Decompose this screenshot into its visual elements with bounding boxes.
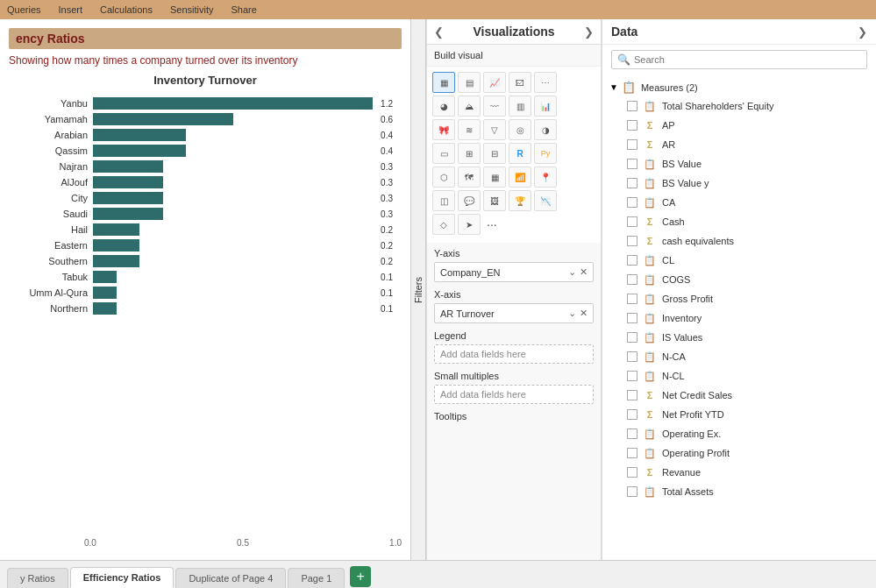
x-axis-chevron-icon[interactable]: ⌄ <box>568 308 576 319</box>
viz-icon-pin[interactable]: 📍 <box>534 166 557 188</box>
list-item[interactable]: ΣAP <box>602 116 876 135</box>
item-checkbox[interactable] <box>627 120 637 131</box>
item-checkbox[interactable] <box>627 216 637 227</box>
viz-icon-funnel[interactable]: ▽ <box>483 119 506 140</box>
list-item[interactable]: 📋Operating Profit <box>602 443 876 463</box>
viz-icon-stacked[interactable]: ▥ <box>509 96 531 117</box>
item-checkbox[interactable] <box>627 448 637 458</box>
item-checkbox[interactable] <box>627 178 637 188</box>
viz-icon-wave[interactable]: 〰 <box>483 96 506 117</box>
viz-icon-pie[interactable]: ◕ <box>432 96 455 117</box>
viz-icon-map[interactable]: 🗺 <box>458 166 481 188</box>
tab-efficiency-ratios[interactable]: Efficiency Ratios <box>70 567 174 588</box>
list-item[interactable]: ΣNet Profit YTD <box>602 405 876 424</box>
list-item[interactable]: Σcash equivalents <box>602 231 876 251</box>
item-checkbox[interactable] <box>627 101 637 111</box>
item-checkbox[interactable] <box>627 274 637 285</box>
item-checkbox[interactable] <box>627 139 637 150</box>
tab-page-1[interactable]: Page 1 <box>288 568 345 588</box>
y-axis-chevron-icon[interactable]: ⌄ <box>568 266 576 278</box>
list-item[interactable]: 📋N-CL <box>602 366 876 386</box>
item-checkbox[interactable] <box>627 197 637 208</box>
viz-icon-r[interactable]: R <box>509 143 531 164</box>
list-item[interactable]: 📋BS Value y <box>602 174 876 193</box>
x-axis-field[interactable]: AR Turnover ⌄ ✕ <box>434 303 594 323</box>
viz-icon-donut[interactable]: ◎ <box>509 119 531 140</box>
add-tab-button[interactable]: + <box>350 566 371 587</box>
list-item[interactable]: 📋BS Value <box>602 154 876 174</box>
list-item[interactable]: 📋Inventory <box>602 308 876 328</box>
list-item[interactable]: 📋Total Shareholders' Equity <box>602 96 876 116</box>
list-item[interactable]: ΣAR <box>602 135 876 154</box>
viz-icon-col[interactable]: ▤ <box>458 72 481 93</box>
search-box[interactable]: 🔍 <box>611 50 867 69</box>
item-checkbox[interactable] <box>627 486 637 497</box>
item-checkbox[interactable] <box>627 351 637 362</box>
item-checkbox[interactable] <box>627 429 637 439</box>
viz-icon-matrix[interactable]: ⊟ <box>483 143 506 164</box>
item-checkbox[interactable] <box>627 255 637 266</box>
item-checkbox[interactable] <box>627 294 637 304</box>
viz-icon-combo[interactable]: 📊 <box>534 96 557 117</box>
item-checkbox[interactable] <box>627 159 637 169</box>
viz-icon-area[interactable]: 🗠 <box>509 72 531 93</box>
viz-icon-kpi[interactable]: 📶 <box>509 166 531 188</box>
list-item[interactable]: 📋CA <box>602 193 876 212</box>
item-checkbox[interactable] <box>627 313 637 323</box>
menu-item-calculations[interactable]: Calculations <box>100 4 153 15</box>
viz-icon-slicer[interactable]: ◫ <box>432 190 455 211</box>
viz-icon-ribbon[interactable]: 🎀 <box>432 119 455 140</box>
menu-item-share[interactable]: Share <box>231 4 257 15</box>
viz-icon-bar2[interactable]: 📉 <box>534 190 557 211</box>
viz-expand-arrow[interactable]: ❯ <box>584 25 594 39</box>
tab-duplicate-of-page-4[interactable]: Duplicate of Page 4 <box>175 568 286 588</box>
viz-icon-line[interactable]: 📈 <box>483 72 506 93</box>
list-item[interactable]: ΣRevanue <box>602 463 876 482</box>
menu-item-sensitivity[interactable]: Sensitivity <box>170 4 214 15</box>
item-checkbox[interactable] <box>627 236 637 246</box>
menu-item-queries[interactable]: Queries <box>7 4 41 15</box>
measures-group-header[interactable]: ▼ 📋 Measures (2) <box>602 78 876 96</box>
viz-icon-waterfall[interactable]: ≋ <box>458 119 481 140</box>
viz-icon-card[interactable]: ▭ <box>432 143 455 164</box>
viz-icon-treemap[interactable]: ▦ <box>483 166 506 188</box>
list-item[interactable]: 📋N-CA <box>602 347 876 366</box>
legend-placeholder[interactable]: Add data fields here <box>434 344 594 364</box>
list-item[interactable]: ΣCash <box>602 212 876 231</box>
menu-item-insert[interactable]: Insert <box>59 4 83 15</box>
viz-icon-shape[interactable]: ⬡ <box>432 166 455 188</box>
viz-icon-scatter[interactable]: ⋯ <box>534 72 557 93</box>
viz-icon-trophy[interactable]: 🏆 <box>509 190 531 211</box>
list-item[interactable]: 📋COGS <box>602 270 876 289</box>
small-multiples-placeholder[interactable]: Add data fields here <box>434 385 594 404</box>
viz-icon-mountain[interactable]: ⛰ <box>458 96 481 117</box>
item-checkbox[interactable] <box>627 371 637 381</box>
viz-icon-text[interactable]: 💬 <box>458 190 481 211</box>
y-axis-field[interactable]: Company_EN ⌄ ✕ <box>434 262 594 282</box>
list-item[interactable]: 📋Total Assets <box>602 482 876 501</box>
viz-icon-gauge[interactable]: ◑ <box>534 119 557 140</box>
list-item[interactable]: 📋Operating Ex. <box>602 424 876 443</box>
search-input[interactable] <box>634 54 861 65</box>
list-item[interactable]: 📋CL <box>602 251 876 270</box>
item-checkbox[interactable] <box>627 332 637 343</box>
tab-y-ratios[interactable]: y Ratios <box>7 568 68 588</box>
x-axis-close-icon[interactable]: ✕ <box>580 308 588 319</box>
viz-icon-image[interactable]: 🖼 <box>483 190 506 211</box>
list-item[interactable]: 📋IS Values <box>602 328 876 347</box>
viz-more-dots[interactable]: ··· <box>483 214 501 235</box>
list-item[interactable]: 📋Gross Profit <box>602 289 876 308</box>
viz-collapse-arrow[interactable]: ❮ <box>434 25 444 39</box>
item-checkbox[interactable] <box>627 467 637 478</box>
y-axis-close-icon[interactable]: ✕ <box>580 266 588 278</box>
viz-icon-diamond[interactable]: ◇ <box>432 214 455 235</box>
viz-icon-bar[interactable]: ▦ <box>432 72 455 93</box>
list-item[interactable]: ΣNet Credit Sales <box>602 386 876 405</box>
viz-icon-table[interactable]: ⊞ <box>458 143 481 164</box>
item-checkbox[interactable] <box>627 409 637 420</box>
filters-tab[interactable]: Filters <box>410 19 426 560</box>
item-checkbox[interactable] <box>627 390 637 400</box>
viz-icon-arrow[interactable]: ➤ <box>458 214 481 235</box>
viz-icon-py[interactable]: Py <box>534 143 557 164</box>
data-expand-icon[interactable]: ❯ <box>858 25 867 39</box>
